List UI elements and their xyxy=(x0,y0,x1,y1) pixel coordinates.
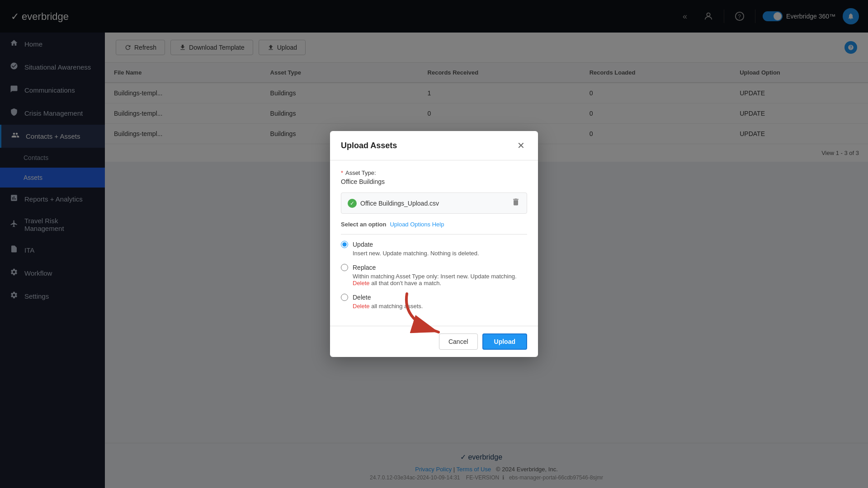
asset-type-label: * Asset Type: xyxy=(341,169,527,176)
modal-body: * Asset Type: Office Buildings ✓ Office … xyxy=(330,160,538,326)
cancel-button[interactable]: Cancel xyxy=(439,333,478,350)
option-replace-radio[interactable] xyxy=(341,264,348,271)
asset-type-field: * Asset Type: Office Buildings xyxy=(341,169,527,185)
required-indicator: * xyxy=(341,169,343,176)
asset-type-label-text: Asset Type: xyxy=(345,169,376,176)
file-check-icon: ✓ xyxy=(348,199,357,208)
option-delete-title-row: Delete xyxy=(341,294,527,301)
section-divider xyxy=(341,234,527,235)
select-option-row: Select an option Upload Options Help xyxy=(341,221,527,228)
modal-footer: Cancel Upload xyxy=(330,326,538,357)
modal-header: Upload Assets ✕ xyxy=(330,131,538,160)
asset-type-value: Office Buildings xyxy=(341,178,527,185)
option-replace: Replace Within matching Asset Type only:… xyxy=(341,264,527,286)
option-replace-title-row: Replace xyxy=(341,264,527,271)
option-replace-desc: Within matching Asset Type only: Insert … xyxy=(341,273,527,286)
delete-desc-suffix: all matching assets. xyxy=(371,303,423,310)
option-replace-label[interactable]: Replace xyxy=(353,264,376,271)
delete-file-icon[interactable] xyxy=(511,197,520,209)
option-update: Update Insert new. Update matching. Noth… xyxy=(341,241,527,257)
file-name-display: ✓ Office Buildings_Upload.csv xyxy=(348,199,439,208)
option-update-radio[interactable] xyxy=(341,241,348,248)
replace-desc-delete: Delete xyxy=(353,280,370,286)
file-row: ✓ Office Buildings_Upload.csv xyxy=(341,192,527,214)
option-delete-radio[interactable] xyxy=(341,294,348,301)
option-delete-label[interactable]: Delete xyxy=(353,294,371,301)
modal-upload-button[interactable]: Upload xyxy=(482,333,527,350)
option-update-title-row: Update xyxy=(341,241,527,248)
modal-close-button[interactable]: ✕ xyxy=(514,139,527,152)
file-name-text: Office Buildings_Upload.csv xyxy=(360,200,439,207)
option-update-label[interactable]: Update xyxy=(353,241,373,248)
upload-options-help-link[interactable]: Upload Options Help xyxy=(390,221,444,228)
replace-desc-suffix: all that don't have a match. xyxy=(371,280,441,286)
option-update-desc: Insert new. Update matching. Nothing is … xyxy=(341,250,527,257)
replace-desc-prefix: Within matching Asset Type only: Insert … xyxy=(353,273,517,280)
modal-title: Upload Assets xyxy=(341,141,397,150)
modal-overlay: Upload Assets ✕ * Asset Type: Office Bui… xyxy=(0,0,868,488)
select-option-label: Select an option xyxy=(341,221,386,228)
option-delete: Delete Delete all matching assets. xyxy=(341,294,527,310)
option-delete-desc: Delete all matching assets. xyxy=(341,303,527,310)
upload-assets-modal: Upload Assets ✕ * Asset Type: Office Bui… xyxy=(330,131,538,357)
delete-desc-delete: Delete xyxy=(353,303,370,310)
